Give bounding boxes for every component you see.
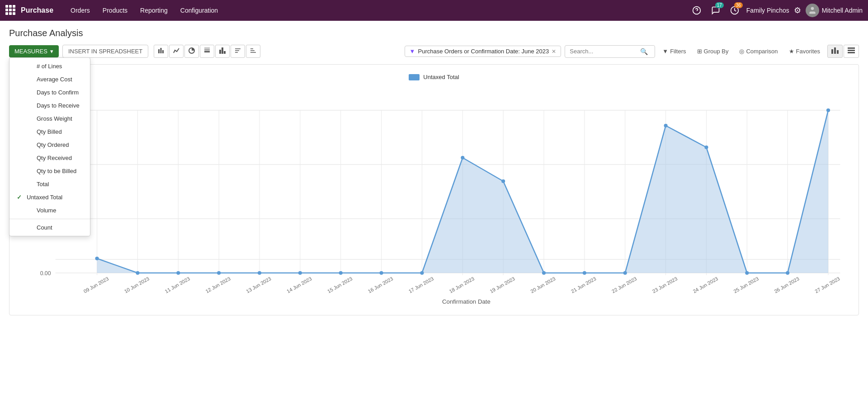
svg-rect-4 — [158, 49, 160, 53]
user-menu[interactable]: Mitchell Admin — [806, 4, 863, 17]
svg-text:24 Jun 2023: 24 Jun 2023 — [692, 276, 719, 294]
chat-icon-btn[interactable]: 17 — [708, 3, 723, 18]
star-icon: ★ — [789, 48, 794, 55]
chart-area: Untaxed Total 0.00 5.00k — [9, 64, 859, 315]
stack-chart-btn[interactable] — [200, 45, 214, 58]
menu-reporting[interactable]: Reporting — [134, 0, 174, 21]
measures-button[interactable]: MEASURES ▾ — [9, 45, 59, 57]
svg-rect-25 — [848, 52, 855, 53]
comparison-button[interactable]: ◎ Comparison — [736, 46, 781, 57]
app-name[interactable]: Purchase — [21, 6, 53, 14]
measure-lines[interactable]: # of Lines — [9, 60, 90, 73]
measure-qty-ordered[interactable]: Qty Ordered — [9, 138, 90, 151]
svg-text:09 Jun 2023: 09 Jun 2023 — [83, 276, 110, 294]
filter-tag-text: Purchase Orders or Confirmation Date: Ju… — [418, 48, 549, 55]
svg-rect-5 — [160, 48, 162, 53]
favorites-button[interactable]: ★ Favorites — [785, 46, 824, 57]
family-selector[interactable]: Family Pinchos — [746, 7, 789, 14]
svg-point-62 — [461, 156, 464, 160]
measure-total[interactable]: Total — [9, 178, 90, 191]
filters-button[interactable]: ▼ Filters — [659, 46, 689, 57]
filter-tag: ▼ Purchase Orders or Confirmation Date: … — [405, 46, 561, 57]
group-by-button[interactable]: ⊞ Group By — [693, 46, 732, 57]
chart-view-btn[interactable] — [827, 45, 843, 58]
svg-point-61 — [420, 271, 424, 275]
family-name: Family Pinchos — [746, 7, 789, 14]
measure-qty-to-be-billed[interactable]: Qty to be Billed — [9, 164, 90, 178]
menu-products[interactable]: Products — [96, 0, 134, 21]
svg-text:14 Jun 2023: 14 Jun 2023 — [286, 276, 313, 294]
svg-rect-8 — [204, 51, 210, 52]
measures-dropdown-menu: # of Lines Average Cost Days to Confirm … — [9, 57, 90, 236]
svg-text:26 Jun 2023: 26 Jun 2023 — [773, 276, 800, 294]
toolbar: MEASURES ▾ # of Lines Average Cost Days … — [9, 45, 859, 58]
pie-chart-btn[interactable] — [184, 45, 199, 58]
measure-volume[interactable]: Volume — [9, 204, 90, 217]
svg-text:18 Jun 2023: 18 Jun 2023 — [448, 276, 476, 294]
toolbar-right: ▼ Purchase Orders or Confirmation Date: … — [405, 45, 859, 58]
svg-text:Confirmation Date: Confirmation Date — [442, 298, 491, 305]
measure-gross-weight[interactable]: Gross Weight — [9, 112, 90, 125]
filter-close-btn[interactable]: ✕ — [552, 48, 556, 55]
user-avatar — [806, 4, 819, 17]
svg-rect-13 — [224, 51, 226, 54]
support-icon-btn[interactable] — [689, 3, 704, 18]
measure-average-cost[interactable]: Average Cost — [9, 73, 90, 86]
svg-point-66 — [623, 271, 627, 275]
sort-asc-btn[interactable] — [246, 45, 260, 58]
user-name: Mitchell Admin — [822, 7, 863, 14]
sort-desc-btn[interactable] — [231, 45, 245, 58]
page-title: Purchase Analysis — [9, 28, 859, 38]
search-input[interactable] — [570, 48, 637, 55]
svg-text:16 Jun 2023: 16 Jun 2023 — [367, 276, 394, 294]
app-grid-icon[interactable] — [5, 5, 16, 16]
svg-text:0.00: 0.00 — [40, 270, 51, 277]
svg-point-55 — [176, 271, 180, 275]
svg-text:25 Jun 2023: 25 Jun 2023 — [733, 276, 760, 294]
svg-point-56 — [217, 271, 221, 275]
chart-legend: Untaxed Total — [19, 74, 849, 80]
search-icon[interactable]: 🔍 — [640, 48, 648, 55]
menu-configuration[interactable]: Configuration — [174, 0, 224, 21]
activity-badge: 36 — [734, 2, 743, 8]
menu-orders[interactable]: Orders — [64, 0, 96, 21]
svg-text:11 Jun 2023: 11 Jun 2023 — [164, 276, 191, 294]
svg-point-64 — [542, 271, 546, 275]
insert-spreadsheet-button[interactable]: INSERT IN SPREADSHEET — [62, 45, 148, 58]
topnav-right: 17 36 Family Pinchos ⚙ Mitchell Admin — [689, 3, 863, 18]
search-bar: 🔍 — [565, 45, 655, 58]
svg-point-60 — [380, 271, 383, 275]
legend-swatch — [409, 74, 420, 80]
svg-text:12 Jun 2023: 12 Jun 2023 — [204, 276, 231, 294]
measure-qty-received[interactable]: Qty Received — [9, 151, 90, 164]
svg-point-3 — [811, 7, 814, 10]
legend-label: Untaxed Total — [423, 74, 459, 80]
tools-icon[interactable]: ⚙ — [794, 5, 801, 15]
top-navigation: Purchase Orders Products Reporting Confi… — [0, 0, 868, 21]
svg-rect-23 — [848, 47, 855, 49]
measure-days-confirm[interactable]: Days to Confirm — [9, 86, 90, 99]
line-chart-btn[interactable] — [169, 45, 184, 58]
svg-text:19 Jun 2023: 19 Jun 2023 — [489, 276, 516, 294]
svg-text:23 Jun 2023: 23 Jun 2023 — [651, 276, 679, 294]
bar-chart-btn[interactable] — [154, 45, 168, 58]
activity-icon-btn[interactable]: 36 — [727, 3, 742, 18]
svg-rect-10 — [204, 47, 210, 49]
main-menu: Orders Products Reporting Configuration — [64, 0, 224, 21]
svg-rect-21 — [834, 47, 836, 54]
chat-badge: 17 — [715, 2, 724, 8]
svg-text:20 Jun 2023: 20 Jun 2023 — [529, 276, 557, 294]
column-chart-btn[interactable] — [215, 45, 230, 58]
measures-divider — [9, 219, 90, 219]
svg-point-65 — [583, 271, 586, 275]
chart-type-buttons — [154, 45, 260, 58]
measure-untaxed-total[interactable]: Untaxed Total — [9, 191, 90, 204]
svg-point-63 — [501, 179, 505, 183]
list-view-btn[interactable] — [844, 45, 859, 58]
svg-text:15 Jun 2023: 15 Jun 2023 — [326, 276, 354, 294]
measure-days-receive[interactable]: Days to Receive — [9, 99, 90, 112]
measure-qty-billed[interactable]: Qty Billed — [9, 125, 90, 138]
svg-text:17 Jun 2023: 17 Jun 2023 — [408, 276, 435, 294]
main-page: Purchase Analysis MEASURES ▾ # of Lines … — [0, 21, 868, 323]
measure-count[interactable]: Count — [9, 221, 90, 234]
